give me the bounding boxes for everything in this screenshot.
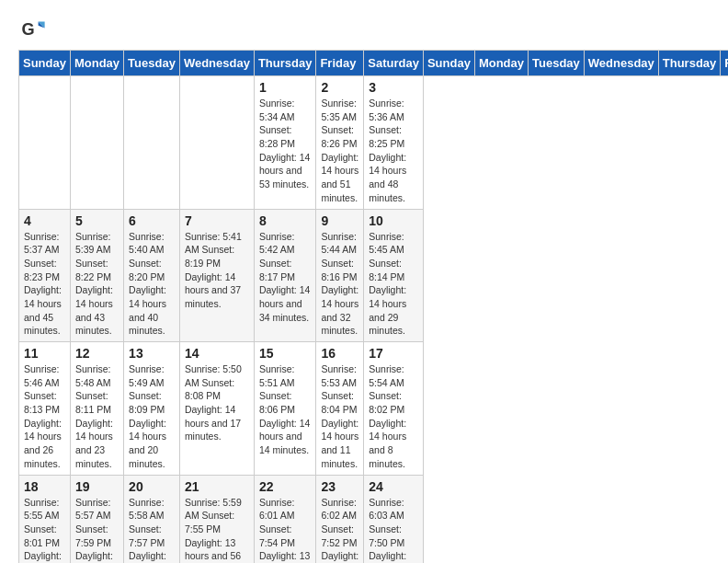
day-info: Sunrise: 5:40 AM Sunset: 8:20 PM Dayligh… xyxy=(129,230,175,339)
calendar-cell: 2Sunrise: 5:35 AM Sunset: 8:26 PM Daylig… xyxy=(316,76,364,210)
calendar-cell: 20Sunrise: 5:58 AM Sunset: 7:57 PM Dayli… xyxy=(124,475,180,563)
day-info: Sunrise: 5:35 AM Sunset: 8:26 PM Dayligh… xyxy=(321,97,358,205)
day-number: 11 xyxy=(24,346,65,361)
calendar-week-row: 18Sunrise: 5:55 AM Sunset: 8:01 PM Dayli… xyxy=(19,475,729,563)
day-number: 20 xyxy=(129,479,175,494)
day-number: 4 xyxy=(24,213,65,228)
day-number: 15 xyxy=(259,346,312,361)
calendar-cell xyxy=(70,76,123,210)
day-of-week-header: Tuesday xyxy=(124,51,180,76)
calendar-cell: 18Sunrise: 5:55 AM Sunset: 8:01 PM Dayli… xyxy=(19,475,71,563)
day-number: 10 xyxy=(369,213,418,228)
day-number: 13 xyxy=(129,346,175,361)
day-info: Sunrise: 5:42 AM Sunset: 8:17 PM Dayligh… xyxy=(259,230,312,325)
calendar-table: SundayMondayTuesdayWednesdayThursdayFrid… xyxy=(18,50,728,563)
calendar-cell xyxy=(124,76,180,210)
day-of-week-header: Thursday xyxy=(658,51,721,76)
calendar-week-row: 1Sunrise: 5:34 AM Sunset: 8:28 PM Daylig… xyxy=(19,76,729,210)
day-info: Sunrise: 5:45 AM Sunset: 8:14 PM Dayligh… xyxy=(369,230,418,339)
calendar-cell: 4Sunrise: 5:37 AM Sunset: 8:23 PM Daylig… xyxy=(19,209,71,342)
calendar-cell: 7Sunrise: 5:41 AM Sunset: 8:19 PM Daylig… xyxy=(179,209,254,342)
day-of-week-header: Friday xyxy=(721,51,728,76)
day-info: Sunrise: 5:39 AM Sunset: 8:22 PM Dayligh… xyxy=(75,230,119,339)
day-number: 6 xyxy=(129,213,175,228)
day-of-week-header: Wednesday xyxy=(584,51,658,76)
day-info: Sunrise: 6:01 AM Sunset: 7:54 PM Dayligh… xyxy=(259,496,312,564)
day-info: Sunrise: 6:03 AM Sunset: 7:50 PM Dayligh… xyxy=(369,496,418,564)
day-number: 16 xyxy=(321,346,358,361)
day-info: Sunrise: 5:44 AM Sunset: 8:16 PM Dayligh… xyxy=(321,230,358,339)
day-number: 2 xyxy=(321,80,358,95)
calendar-cell: 24Sunrise: 6:03 AM Sunset: 7:50 PM Dayli… xyxy=(364,475,424,563)
calendar-cell: 11Sunrise: 5:46 AM Sunset: 8:13 PM Dayli… xyxy=(19,342,71,476)
calendar-header-row: SundayMondayTuesdayWednesdayThursdayFrid… xyxy=(19,51,729,76)
calendar-cell: 23Sunrise: 6:02 AM Sunset: 7:52 PM Dayli… xyxy=(316,475,364,563)
day-number: 21 xyxy=(185,479,249,494)
calendar-cell: 6Sunrise: 5:40 AM Sunset: 8:20 PM Daylig… xyxy=(124,209,180,342)
day-of-week-header: Sunday xyxy=(423,51,474,76)
calendar-cell xyxy=(19,76,71,210)
day-number: 5 xyxy=(75,213,119,228)
day-info: Sunrise: 5:46 AM Sunset: 8:13 PM Dayligh… xyxy=(24,362,65,471)
day-info: Sunrise: 5:36 AM Sunset: 8:25 PM Dayligh… xyxy=(369,97,418,205)
calendar-cell: 10Sunrise: 5:45 AM Sunset: 8:14 PM Dayli… xyxy=(364,209,424,342)
day-info: Sunrise: 5:48 AM Sunset: 8:11 PM Dayligh… xyxy=(75,362,119,471)
day-of-week-header: Friday xyxy=(316,51,364,76)
day-number: 12 xyxy=(75,346,119,361)
logo-icon: G xyxy=(20,17,46,42)
day-info: Sunrise: 5:58 AM Sunset: 7:57 PM Dayligh… xyxy=(129,496,175,564)
day-number: 9 xyxy=(321,213,358,228)
calendar-cell: 1Sunrise: 5:34 AM Sunset: 8:28 PM Daylig… xyxy=(254,76,316,210)
day-info: Sunrise: 5:53 AM Sunset: 8:04 PM Dayligh… xyxy=(321,362,358,471)
calendar-cell: 15Sunrise: 5:51 AM Sunset: 8:06 PM Dayli… xyxy=(254,342,316,476)
day-info: Sunrise: 5:41 AM Sunset: 8:19 PM Dayligh… xyxy=(185,230,249,311)
page-header: G xyxy=(18,9,710,42)
day-number: 23 xyxy=(321,479,358,494)
day-info: Sunrise: 5:34 AM Sunset: 8:28 PM Dayligh… xyxy=(259,97,312,191)
day-number: 3 xyxy=(369,80,418,95)
day-info: Sunrise: 5:37 AM Sunset: 8:23 PM Dayligh… xyxy=(24,230,65,339)
day-of-week-header: Tuesday xyxy=(529,51,585,76)
day-number: 7 xyxy=(185,213,249,228)
calendar-cell: 21Sunrise: 5:59 AM Sunset: 7:55 PM Dayli… xyxy=(179,475,254,563)
day-of-week-header: Thursday xyxy=(254,51,316,76)
calendar-cell: 3Sunrise: 5:36 AM Sunset: 8:25 PM Daylig… xyxy=(364,76,424,210)
day-info: Sunrise: 5:54 AM Sunset: 8:02 PM Dayligh… xyxy=(369,362,418,471)
calendar-cell: 19Sunrise: 5:57 AM Sunset: 7:59 PM Dayli… xyxy=(70,475,123,563)
day-info: Sunrise: 5:50 AM Sunset: 8:08 PM Dayligh… xyxy=(185,362,249,443)
calendar-cell: 5Sunrise: 5:39 AM Sunset: 8:22 PM Daylig… xyxy=(70,209,123,342)
svg-text:G: G xyxy=(21,20,34,39)
calendar-cell: 9Sunrise: 5:44 AM Sunset: 8:16 PM Daylig… xyxy=(316,209,364,342)
calendar-cell: 22Sunrise: 6:01 AM Sunset: 7:54 PM Dayli… xyxy=(254,475,316,563)
calendar-cell xyxy=(179,76,254,210)
day-number: 17 xyxy=(369,346,418,361)
calendar-week-row: 4Sunrise: 5:37 AM Sunset: 8:23 PM Daylig… xyxy=(19,209,729,342)
calendar-cell: 13Sunrise: 5:49 AM Sunset: 8:09 PM Dayli… xyxy=(124,342,180,476)
calendar-cell: 16Sunrise: 5:53 AM Sunset: 8:04 PM Dayli… xyxy=(316,342,364,476)
calendar-cell: 17Sunrise: 5:54 AM Sunset: 8:02 PM Dayli… xyxy=(364,342,424,476)
calendar-cell: 14Sunrise: 5:50 AM Sunset: 8:08 PM Dayli… xyxy=(179,342,254,476)
day-number: 1 xyxy=(259,80,312,95)
logo: G xyxy=(18,17,50,42)
day-number: 8 xyxy=(259,213,312,228)
day-info: Sunrise: 5:49 AM Sunset: 8:09 PM Dayligh… xyxy=(129,362,175,471)
calendar-cell: 8Sunrise: 5:42 AM Sunset: 8:17 PM Daylig… xyxy=(254,209,316,342)
day-of-week-header: Monday xyxy=(70,51,123,76)
day-info: Sunrise: 5:55 AM Sunset: 8:01 PM Dayligh… xyxy=(24,496,65,564)
day-info: Sunrise: 5:51 AM Sunset: 8:06 PM Dayligh… xyxy=(259,362,312,457)
day-number: 18 xyxy=(24,479,65,494)
day-number: 19 xyxy=(75,479,119,494)
day-info: Sunrise: 5:59 AM Sunset: 7:55 PM Dayligh… xyxy=(185,496,249,564)
calendar-week-row: 11Sunrise: 5:46 AM Sunset: 8:13 PM Dayli… xyxy=(19,342,729,476)
day-number: 22 xyxy=(259,479,312,494)
day-number: 24 xyxy=(369,479,418,494)
day-number: 14 xyxy=(185,346,249,361)
day-of-week-header: Monday xyxy=(474,51,528,76)
day-info: Sunrise: 6:02 AM Sunset: 7:52 PM Dayligh… xyxy=(321,496,358,564)
day-info: Sunrise: 5:57 AM Sunset: 7:59 PM Dayligh… xyxy=(75,496,119,564)
calendar-cell: 12Sunrise: 5:48 AM Sunset: 8:11 PM Dayli… xyxy=(70,342,123,476)
day-of-week-header: Saturday xyxy=(364,51,424,76)
day-of-week-header: Sunday xyxy=(19,51,71,76)
day-of-week-header: Wednesday xyxy=(179,51,254,76)
